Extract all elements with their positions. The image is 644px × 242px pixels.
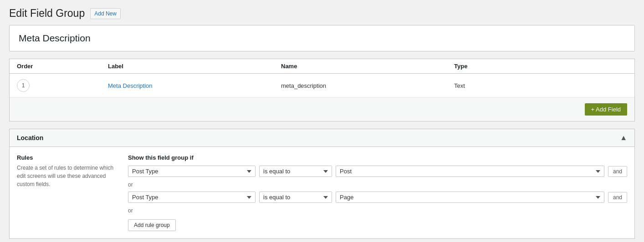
fields-table-header: Order Label Name Type bbox=[10, 59, 634, 74]
collapse-icon[interactable]: ▲ bbox=[620, 134, 627, 142]
location-section: Location ▲ Rules Create a set of rules t… bbox=[9, 129, 635, 239]
show-label: Show this field group if bbox=[128, 154, 627, 161]
field-group-title: Meta Description bbox=[19, 33, 91, 43]
rules-desc: Create a set of rules to determine which… bbox=[17, 164, 117, 188]
page-title: Edit Field Group bbox=[9, 7, 85, 20]
rules-sidebar: Rules Create a set of rules to determine… bbox=[17, 154, 117, 231]
field-group-title-card: Meta Description bbox=[9, 25, 635, 51]
and-button-1[interactable]: and bbox=[608, 166, 627, 177]
page-header: Edit Field Group Add New bbox=[0, 0, 644, 25]
value-select-2[interactable]: Post Page Attachment bbox=[336, 192, 604, 203]
order-cell: 1 bbox=[17, 79, 108, 92]
field-label-link[interactable]: Meta Description bbox=[108, 82, 153, 89]
rules-content: Show this field group if Post Type Page … bbox=[128, 154, 627, 231]
location-body: Rules Create a set of rules to determine… bbox=[10, 147, 634, 238]
or-label-2: or bbox=[128, 207, 627, 214]
condition-select-1[interactable]: Post Type Page Template Page Type Post S… bbox=[128, 166, 256, 177]
value-select-1[interactable]: Post Page Attachment bbox=[336, 166, 604, 177]
operator-select-1[interactable]: is equal to is not equal to bbox=[259, 166, 332, 177]
add-new-button[interactable]: Add New bbox=[90, 8, 121, 19]
table-row: 1 Meta Description meta_description Text bbox=[10, 74, 634, 98]
rules-title: Rules bbox=[17, 154, 117, 161]
type-cell: Text bbox=[454, 82, 627, 89]
condition-select-2[interactable]: Post Type Page Template Page Type Post S… bbox=[128, 192, 256, 203]
fields-table-section: Order Label Name Type 1 Meta Description… bbox=[9, 59, 635, 121]
col-order: Order bbox=[17, 63, 108, 70]
label-cell: Meta Description bbox=[108, 82, 281, 89]
and-button-2[interactable]: and bbox=[608, 192, 627, 203]
order-circle: 1 bbox=[17, 79, 30, 92]
name-cell: meta_description bbox=[281, 82, 454, 89]
operator-select-2[interactable]: is equal to is not equal to bbox=[259, 192, 332, 203]
col-type: Type bbox=[454, 63, 627, 70]
rule-row-1: Post Type Page Template Page Type Post S… bbox=[128, 166, 627, 177]
add-field-button[interactable]: + Add Field bbox=[585, 103, 627, 116]
rule-row-2: Post Type Page Template Page Type Post S… bbox=[128, 192, 627, 203]
location-header: Location ▲ bbox=[10, 129, 634, 147]
col-label: Label bbox=[108, 63, 281, 70]
col-name: Name bbox=[281, 63, 454, 70]
location-title: Location bbox=[17, 134, 43, 141]
add-rule-group-button[interactable]: Add rule group bbox=[128, 219, 176, 231]
or-label-1: or bbox=[128, 182, 627, 188]
add-field-row: + Add Field bbox=[10, 98, 634, 121]
